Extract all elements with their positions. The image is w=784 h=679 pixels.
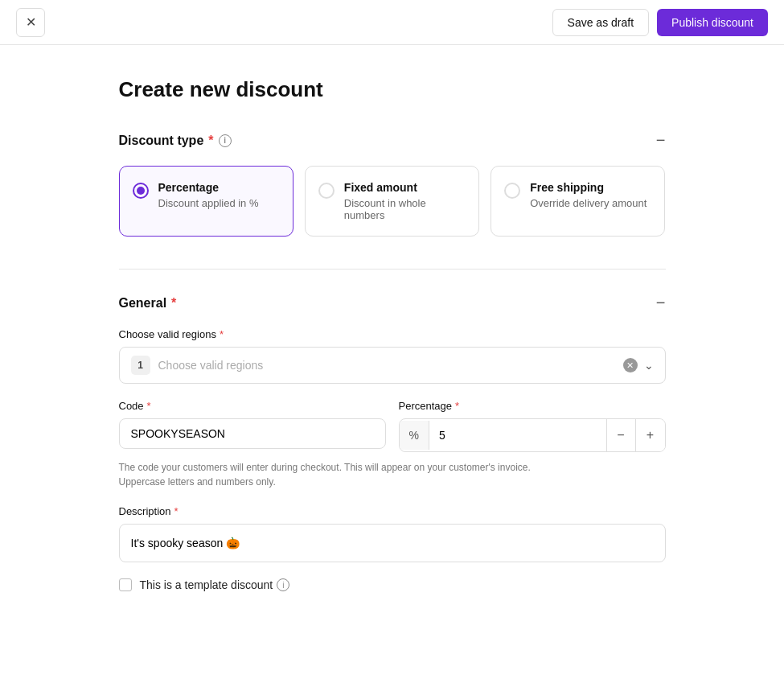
percentage-title: Percentage: [158, 181, 259, 194]
code-hint-line2: Uppercase letters and numbers only.: [119, 475, 666, 489]
percentage-label: Percentage *: [399, 400, 666, 412]
code-label: Code *: [119, 400, 386, 412]
fixed-card-text: Fixed amount Discount in whole numbers: [344, 181, 466, 221]
discount-type-title: Discount type * i: [119, 134, 232, 148]
radio-inner-percentage: [137, 187, 145, 195]
description-label: Description *: [119, 505, 666, 517]
desc-required-star: *: [174, 505, 179, 517]
description-input[interactable]: [119, 524, 666, 562]
save-draft-button[interactable]: Save as draft: [552, 9, 650, 36]
regions-select-right: ✕ ⌄: [623, 358, 654, 372]
radio-fixed[interactable]: [318, 183, 335, 199]
code-required-star: *: [147, 400, 151, 412]
percentage-card-text: Percentage Discount applied in %: [158, 181, 259, 209]
regions-select[interactable]: 1 Choose valid regions ✕ ⌄: [119, 347, 666, 384]
main-content: Create new discount Discount type * i − …: [103, 45, 682, 656]
code-pct-row: Code * Percentage * % − +: [119, 400, 666, 452]
discount-type-collapse-icon[interactable]: −: [656, 131, 666, 150]
general-collapse-icon[interactable]: −: [656, 294, 666, 312]
general-section-header: General * −: [119, 294, 666, 312]
general-required-star: *: [171, 296, 176, 311]
general-section: General * − Choose valid regions * 1 Cho…: [119, 294, 666, 591]
pct-increment-button[interactable]: +: [636, 419, 665, 451]
general-title: General *: [119, 296, 177, 311]
code-field: Code *: [119, 400, 386, 452]
percentage-input-wrapper: % − +: [399, 418, 666, 452]
top-bar: ✕ Save as draft Publish discount: [0, 0, 784, 45]
discount-type-info-icon[interactable]: i: [219, 134, 232, 147]
discount-types-list: Percentage Discount applied in % Fixed a…: [119, 166, 666, 237]
pct-controls: − +: [606, 419, 665, 451]
template-row: This is a template discount i: [119, 578, 666, 591]
percentage-input[interactable]: [429, 421, 606, 450]
template-label[interactable]: This is a template discount i: [140, 578, 290, 591]
page-title: Create new discount: [119, 77, 666, 102]
freeshipping-subtitle: Override delivery amount: [530, 197, 646, 209]
discount-type-freeshipping[interactable]: Free shipping Override delivery amount: [491, 166, 665, 237]
code-input[interactable]: [119, 418, 386, 449]
template-checkbox[interactable]: [119, 578, 132, 591]
regions-placeholder: Choose valid regions: [158, 359, 264, 372]
clear-regions-icon[interactable]: ✕: [623, 358, 638, 372]
pct-decrement-button[interactable]: −: [607, 419, 636, 451]
pct-prefix: %: [400, 421, 429, 450]
pct-required-star: *: [455, 400, 459, 412]
discount-type-percentage[interactable]: Percentage Discount applied in %: [119, 166, 293, 237]
description-field: Description *: [119, 505, 666, 562]
close-icon: ✕: [26, 14, 36, 30]
code-hint-line1: The code your customers will enter durin…: [119, 460, 666, 475]
fixed-title: Fixed amount: [344, 181, 466, 194]
freeshipping-card-text: Free shipping Override delivery amount: [530, 181, 646, 209]
radio-freeshipping[interactable]: [504, 183, 520, 199]
percentage-field: Percentage * % − +: [399, 400, 666, 452]
close-button[interactable]: ✕: [16, 8, 45, 37]
general-label: General: [119, 296, 167, 311]
regions-select-left: 1 Choose valid regions: [131, 356, 264, 375]
discount-type-label: Discount type: [119, 134, 204, 148]
regions-row: Choose valid regions * 1 Choose valid re…: [119, 328, 666, 384]
section-divider: [119, 269, 666, 270]
regions-label: Choose valid regions *: [119, 328, 666, 340]
template-info-icon[interactable]: i: [277, 578, 289, 591]
percentage-subtitle: Discount applied in %: [158, 197, 259, 209]
radio-percentage[interactable]: [133, 183, 149, 199]
required-star: *: [208, 134, 213, 148]
freeshipping-title: Free shipping: [530, 181, 646, 194]
top-bar-actions: Save as draft Publish discount: [552, 9, 768, 36]
code-hint: The code your customers will enter durin…: [119, 460, 666, 489]
regions-badge: 1: [131, 356, 150, 375]
discount-type-header: Discount type * i −: [119, 131, 666, 150]
fixed-subtitle: Discount in whole numbers: [344, 197, 466, 221]
regions-required-star: *: [220, 328, 224, 340]
discount-type-fixed[interactable]: Fixed amount Discount in whole numbers: [305, 166, 479, 237]
publish-button[interactable]: Publish discount: [657, 9, 768, 36]
chevron-down-icon[interactable]: ⌄: [644, 359, 654, 372]
discount-type-section: Discount type * i − Percentage Discount …: [119, 131, 666, 237]
